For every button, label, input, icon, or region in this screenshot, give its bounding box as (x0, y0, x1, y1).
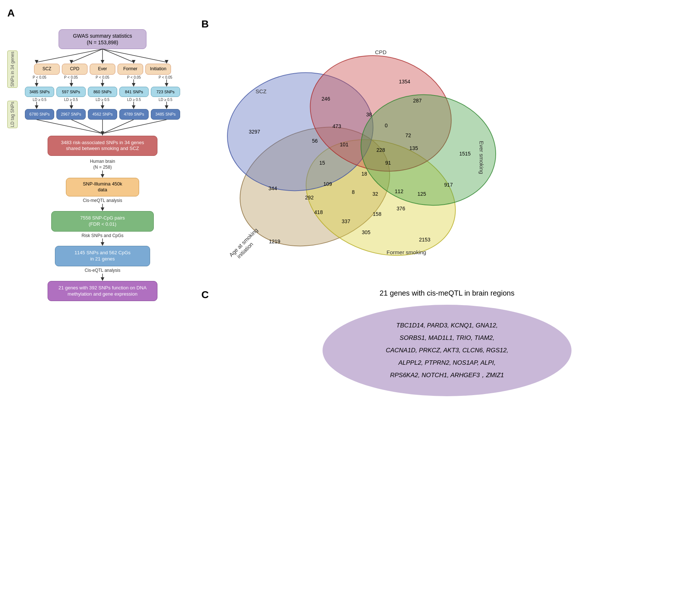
n-scz-cpd-ever-former: 0 (385, 123, 388, 128)
svg-marker-27 (132, 105, 135, 109)
n-age-only: 1219 (269, 239, 280, 244)
ld-row-container: LD tag SNPs 6780 SNPs 2967 SNPs 4562 SNP… (7, 109, 198, 119)
svg-marker-25 (101, 105, 104, 109)
n-former-only: 2153 (419, 237, 430, 243)
svg-marker-11 (35, 83, 38, 87)
svg-marker-19 (165, 83, 168, 87)
svg-marker-21 (35, 105, 38, 109)
panel-a-label: A (7, 7, 15, 19)
ld-label-3: LD ≥ 0.5 (88, 98, 117, 102)
svg-line-31 (71, 120, 103, 134)
cpg-text: 7558 SNP-CpG pairs(FDR < 0.01) (80, 215, 125, 227)
human-brain-label: Human brain(N = 258) (90, 159, 115, 170)
n-cpd-ever-former: 72 (405, 132, 411, 138)
ld-label-4: LD ≥ 0.5 (119, 98, 149, 102)
n-158: 158 (373, 211, 381, 217)
snps-side-label: SNPs in 34 genes (7, 50, 18, 88)
n-age-former: 337 (342, 218, 350, 224)
venn-diagram: SCZ CPD Ever smoking Former smoking Age … (201, 29, 513, 278)
n-cpd-only: 1354 (399, 79, 410, 85)
svg-line-33 (103, 120, 134, 134)
n-scz-cpd: 246 (321, 96, 330, 102)
svg-marker-7 (101, 60, 104, 64)
ld-count-3: 4562 SNPs (88, 109, 117, 119)
n-ever-only: 1515 (459, 151, 470, 157)
n-scz-ever-age: 15 (319, 160, 325, 166)
n-32: 32 (372, 191, 378, 197)
p-label-5: P < 0.05 (151, 75, 180, 79)
snpcpg-box: 1145 SNPs and 562 CpGsin 21 genes (55, 246, 150, 266)
venn-container: SCZ CPD Ever smoking Former smoking Age … (201, 29, 693, 278)
arrow-gwas-traits (15, 49, 190, 64)
svg-marker-43 (101, 277, 104, 281)
cis-eqtl-label: Cis-eQTL analysis (85, 268, 120, 274)
n-scz-cpd-age: 56 (312, 138, 318, 144)
snp-count-5: 723 SNPs (151, 87, 180, 97)
arrows-snps-ld (15, 102, 190, 109)
n-cpd-former-age: 91 (385, 160, 391, 166)
n-scz-age: 344 (268, 185, 277, 191)
panel-right: B (201, 7, 693, 435)
panel-c-label: C (201, 289, 209, 301)
svg-marker-23 (70, 105, 73, 109)
n-418: 418 (314, 209, 323, 215)
trait-scz: SCZ (34, 64, 60, 75)
n-scz-ever-former: 228 (376, 147, 385, 153)
snp-count-2: 597 SNPs (56, 87, 86, 97)
ld-counts-row: 6780 SNPs 2967 SNPs 4562 SNPs 4789 SNPs … (25, 109, 180, 119)
trait-cpd: CPD (62, 64, 88, 75)
gwas-text: GWAS summary statistics(N = 153,898) (73, 33, 132, 45)
p-label-3: P < 0.05 (88, 75, 117, 79)
svg-line-0 (37, 49, 103, 62)
ld-side-label: LD tag SNPs (7, 101, 18, 128)
ld-count-4: 4789 SNPs (119, 109, 149, 119)
panel-b: B (201, 18, 693, 282)
ld-label-2: LD ≥ 0.5 (56, 98, 86, 102)
ld-label-1: LD ≥ 0.5 (25, 98, 54, 102)
ld-count-1: 6780 SNPs (25, 109, 54, 119)
illumina-text: SNP-Illumina 450kdata (83, 181, 122, 193)
svg-marker-29 (165, 105, 168, 109)
former-venn-label: Former smoking (387, 249, 426, 255)
svg-line-34 (103, 120, 167, 134)
cis-meqtl-label: Cis-meQTL analysis (83, 198, 122, 204)
trait-ever: Ever (90, 64, 115, 75)
svg-line-30 (37, 120, 103, 134)
gwas-box: GWAS summary statistics(N = 153,898) (59, 29, 146, 49)
panel-b-label: B (201, 18, 209, 30)
traits-row: SCZ CPD Ever Former Initiation (34, 64, 171, 75)
risk-text: 3483 risk-associated SNPs in 34 genessha… (61, 140, 144, 151)
n-former-age: 305 (362, 229, 371, 235)
arrow-illumina-cpg (95, 204, 110, 211)
n-109: 109 (323, 181, 332, 187)
panel-a: A GWAS summary statistics(N = 153,898) (7, 7, 198, 435)
ld-count-5: 3485 SNPs (151, 109, 180, 119)
svg-marker-37 (101, 174, 104, 178)
panel-c-title: 21 genes with cis-meQTL in brain regions (201, 289, 693, 297)
trait-former: Former (118, 64, 143, 75)
arrows-traits-snps (15, 79, 190, 87)
n-ever-former-age: 125 (417, 191, 426, 197)
scz-venn-label: SCZ (256, 88, 267, 94)
svg-marker-39 (101, 207, 104, 211)
n-center5: 18 (361, 171, 367, 177)
n-112: 112 (395, 188, 403, 194)
svg-line-3 (103, 49, 134, 62)
snp-count-3: 860 SNPs (88, 87, 117, 97)
cpg-box: 7558 SNP-CpG pairs(FDR < 0.01) (51, 211, 154, 232)
ever-venn-label: Ever smoking (479, 141, 485, 174)
arrows-ld-risk (15, 120, 190, 136)
arrow-snpcpg-final (95, 274, 110, 281)
panel-c: C 21 genes with cis-meQTL in brain regio… (201, 289, 693, 435)
final-box: 21 genes with 392 SNPs function on DNAme… (48, 281, 157, 301)
snp-counts-row: 3485 SNPs 597 SNPs 860 SNPs 841 SNPs 723… (25, 87, 180, 97)
n-cpd-ever: 287 (413, 98, 422, 104)
n-scz-cpd-ever: 38 (366, 112, 372, 117)
n-ever-former: 917 (444, 182, 453, 188)
p-label-2: P < 0.05 (56, 75, 86, 79)
risk-snps-cpgs-label: Risk SNPs and CpGs (82, 233, 124, 239)
snp-count-1: 3485 SNPs (25, 87, 54, 97)
n-n101: 101 (340, 142, 349, 147)
svg-marker-17 (132, 83, 135, 87)
snpcpg-text: 1145 SNPs and 562 CpGsin 21 genes (74, 250, 130, 262)
